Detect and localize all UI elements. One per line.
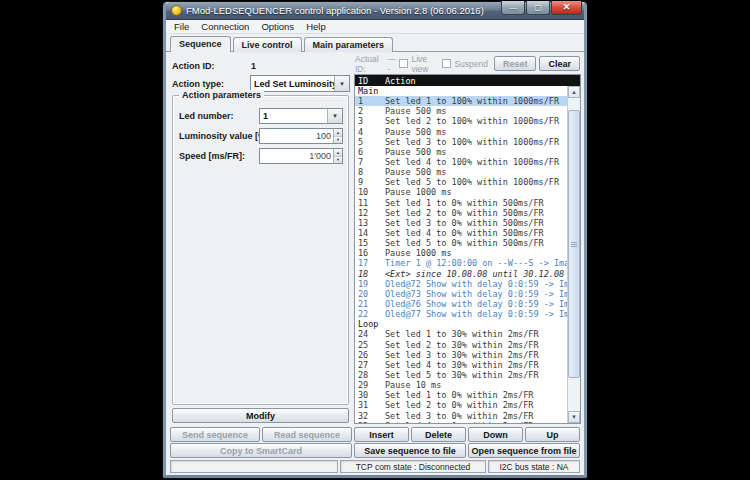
action-type-value: Led Set Luminosity [251, 79, 334, 89]
scrollbar-track[interactable] [568, 98, 580, 411]
sequence-row[interactable]: Main [355, 86, 567, 96]
sequence-row[interactable]: 19Oled@72 Show with delay 0:0:59 -> Imag… [355, 279, 567, 289]
i2c-state-field: I2C bus state : NA [488, 460, 580, 473]
action-editor-panel: Action ID: 1 Action type: Led Set Lumino… [170, 55, 352, 424]
sequence-row[interactable]: 4Pause 500 ms [355, 127, 567, 137]
down-button[interactable]: Down [468, 427, 523, 442]
led-number-value: 1 [260, 111, 327, 121]
sequence-row[interactable]: 14Set led 4 to 0% within 500ms/FR [355, 228, 567, 238]
sequence-row[interactable]: 12Set led 2 to 0% within 500ms/FR [355, 208, 567, 218]
app-icon [171, 5, 182, 16]
sequence-row[interactable]: 6Pause 500 ms [355, 147, 567, 157]
sequence-row[interactable]: 33Set led 4 to 0% within 2ms/FR [355, 421, 567, 423]
scroll-up-icon[interactable]: ▲ [568, 86, 580, 98]
speed-label: Speed [ms/FR]: [179, 151, 245, 161]
spinner-down-icon[interactable]: ▼ [334, 157, 342, 164]
sequence-list-header: ID Action [355, 75, 580, 86]
sequence-tab-panel: Action ID: 1 Action type: Led Set Lumino… [166, 51, 584, 426]
suspend-label: Suspend [454, 59, 488, 69]
sequence-row[interactable]: 31Set led 2 to 0% within 2ms/FR [355, 400, 567, 410]
insert-button[interactable]: Insert [354, 427, 409, 442]
maximize-icon[interactable]: ▢ [526, 1, 550, 15]
sequence-row[interactable]: 26Set led 3 to 30% within 2ms/FR [355, 350, 567, 360]
scroll-down-icon[interactable]: ▼ [568, 411, 580, 423]
sequence-row[interactable]: 9Set led 5 to 100% within 1000ms/FR [355, 177, 567, 187]
minimize-icon[interactable]: — [501, 1, 525, 15]
tcp-state-field: TCP com state : Disconnected [340, 460, 486, 473]
live-controls-row: Actual ID: ---- Live view Suspend Reset … [354, 55, 581, 72]
sequence-row[interactable]: 16Pause 1000 ms [355, 248, 567, 258]
send-sequence-button[interactable]: Send sequence [170, 427, 260, 442]
actual-id-value: ---- [387, 54, 396, 74]
sequence-row[interactable]: 32Set led 3 to 0% within 2ms/FR [355, 411, 567, 421]
live-view-label: Live view [411, 54, 439, 74]
sequence-row[interactable]: 3Set led 2 to 100% within 1000ms/FR [355, 116, 567, 126]
spinner-up-icon[interactable]: ▲ [334, 149, 342, 157]
sequence-row[interactable]: 15Set led 5 to 0% within 500ms/FR [355, 238, 567, 248]
sequence-row[interactable]: 5Set led 3 to 100% within 1000ms/FR [355, 137, 567, 147]
clear-button[interactable]: Clear [539, 56, 580, 71]
menu-help[interactable]: Help [300, 21, 332, 32]
sequence-row[interactable]: 10Pause 1000 ms [355, 187, 567, 197]
sequence-row[interactable]: 22Oled@77 Show with delay 0:0:59 -> Imag… [355, 309, 567, 319]
sequence-row[interactable]: 7Set led 4 to 100% within 1000ms/FR [355, 157, 567, 167]
tab-live-control[interactable]: Live control [233, 37, 302, 52]
read-sequence-button[interactable]: Read sequence [262, 427, 352, 442]
sequence-row[interactable]: 2Pause 500 ms [355, 106, 567, 116]
sequence-row[interactable]: 27Set led 4 to 30% within 2ms/FR [355, 360, 567, 370]
sequence-row[interactable]: 28Set led 5 to 30% within 2ms/FR [355, 370, 567, 380]
sequence-row[interactable]: 25Set led 2 to 30% within 2ms/FR [355, 340, 567, 350]
actual-id-label: Actual ID: [355, 54, 384, 74]
sequence-row[interactable]: 1Set led 1 to 100% within 1000ms/FR [355, 96, 567, 106]
tab-main-parameters[interactable]: Main parameters [304, 37, 394, 52]
led-number-dropdown[interactable]: 1 ▼ [259, 108, 343, 124]
list-scrollbar[interactable]: ▲ ▼ [567, 86, 580, 423]
menu-file[interactable]: File [168, 21, 195, 32]
window-title: FMod-LEDSEQUENCER control application - … [186, 5, 497, 16]
close-icon[interactable]: ✕ [551, 1, 582, 15]
tab-sequence[interactable]: Sequence [170, 36, 231, 52]
sequence-row[interactable]: 24Set led 1 to 30% within 2ms/FR [355, 329, 567, 339]
sequence-row[interactable]: Loop [355, 319, 567, 329]
save-sequence-button[interactable]: Save sequence to file [354, 443, 466, 458]
menu-options[interactable]: Options [255, 21, 300, 32]
sequence-row[interactable]: 17Timer 1 @ 12:00:00 on --W---S -> Image [355, 258, 567, 268]
sequence-list-panel: Actual ID: ---- Live view Suspend Reset … [354, 55, 581, 424]
up-button[interactable]: Up [525, 427, 580, 442]
sequence-row[interactable]: 8Pause 500 ms [355, 167, 567, 177]
action-id-label: Action ID: [172, 61, 215, 71]
chevron-down-icon[interactable]: ▼ [334, 76, 349, 91]
speed-spinner[interactable]: 1'000 ▲ ▼ [259, 148, 343, 164]
speed-value[interactable]: 1'000 [260, 149, 333, 163]
tab-bar: SequenceLive controlMain parameters [166, 34, 584, 51]
led-number-label: Led number: [179, 111, 234, 121]
luminosity-spinner[interactable]: 100 ▲ ▼ [259, 128, 343, 144]
live-view-checkbox[interactable] [399, 59, 408, 68]
sequence-row[interactable]: 20Oled@73 Show with delay 0:0:59 -> Imag… [355, 289, 567, 299]
status-message-field [170, 460, 338, 473]
title-bar[interactable]: FMod-LEDSEQUENCER control application - … [166, 2, 584, 20]
sequence-row[interactable]: 18<Ext> since 10.08.08 until 30.12.08 [355, 269, 567, 279]
status-bar: TCP com state : Disconnected I2C bus sta… [166, 459, 584, 475]
sequence-rows: Main1Set led 1 to 100% within 1000ms/FR2… [355, 86, 567, 423]
action-id-value: 1 [251, 61, 256, 71]
modify-button[interactable]: Modify [172, 408, 349, 423]
copy-to-smartcard-button[interactable]: Copy to SmartCard [170, 443, 352, 458]
action-column-header: Action [385, 76, 416, 86]
luminosity-value[interactable]: 100 [260, 129, 333, 143]
sequence-row[interactable]: 29Pause 10 ms [355, 380, 567, 390]
menu-connection[interactable]: Connection [195, 21, 255, 32]
action-type-dropdown[interactable]: Led Set Luminosity ▼ [250, 75, 350, 92]
suspend-checkbox[interactable] [442, 59, 451, 68]
spinner-up-icon[interactable]: ▲ [334, 129, 342, 137]
sequence-row[interactable]: 30Set led 1 to 0% within 2ms/FR [355, 390, 567, 400]
delete-button[interactable]: Delete [411, 427, 466, 442]
reset-button[interactable]: Reset [494, 56, 537, 71]
sequence-row[interactable]: 21Oled@76 Show with delay 0:0:59 -> Imag… [355, 299, 567, 309]
open-sequence-button[interactable]: Open sequence from file [468, 443, 580, 458]
scrollbar-thumb[interactable] [568, 110, 580, 378]
spinner-down-icon[interactable]: ▼ [334, 137, 342, 144]
sequence-row[interactable]: 13Set led 3 to 0% within 500ms/FR [355, 218, 567, 228]
chevron-down-icon[interactable]: ▼ [327, 109, 342, 123]
sequence-row[interactable]: 11Set led 1 to 0% within 500ms/FR [355, 198, 567, 208]
